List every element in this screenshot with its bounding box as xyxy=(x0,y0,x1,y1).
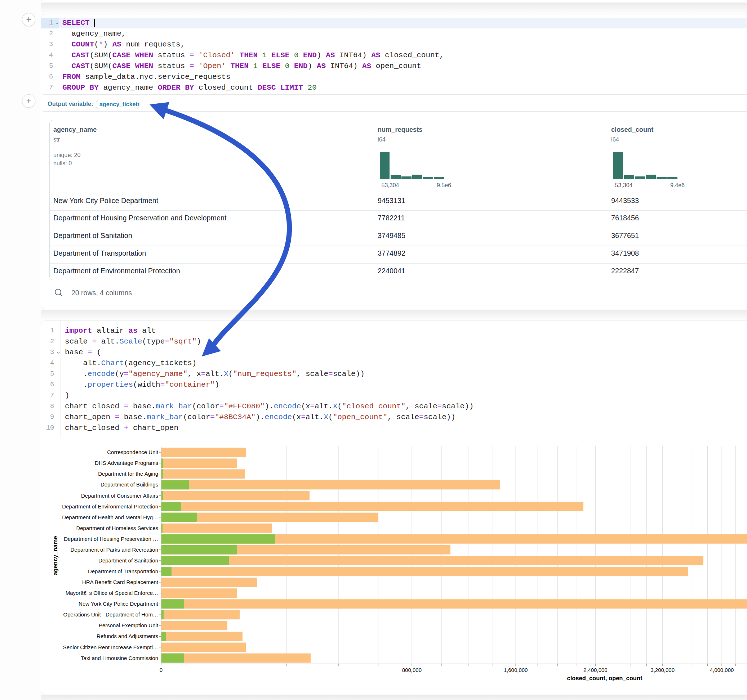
svg-text:Senior Citizen Rent Increase E: Senior Citizen Rent Increase Exempti… xyxy=(63,644,158,650)
svg-text:Department of Parks and Recrea: Department of Parks and Recreation xyxy=(71,547,158,553)
svg-text:Operations Unit - Department o: Operations Unit - Department of Hom… xyxy=(64,611,158,617)
svg-text:Department of Homeless Service: Department of Homeless Services xyxy=(76,525,158,531)
svg-text:Department of Consumer Affairs: Department of Consumer Affairs xyxy=(81,493,158,499)
svg-text:4,000,000: 4,000,000 xyxy=(710,667,734,673)
svg-text:Department of Health and Menta: Department of Health and Mental Hyg… xyxy=(62,514,158,520)
svg-text:Refunds and Adjustments: Refunds and Adjustments xyxy=(97,633,158,639)
svg-text:Department of Environmental Pr: Department of Environmental Protection xyxy=(62,503,158,510)
svg-text:Department of Buildings: Department of Buildings xyxy=(101,481,158,487)
svg-text:3,200,000: 3,200,000 xyxy=(650,667,674,673)
svg-text:1,600,000: 1,600,000 xyxy=(504,667,528,673)
svg-text:0: 0 xyxy=(160,667,163,673)
svg-text:Department of Sanitation: Department of Sanitation xyxy=(98,557,158,564)
svg-text:DHS Advantage Programs: DHS Advantage Programs xyxy=(95,460,158,466)
svg-text:800,000: 800,000 xyxy=(402,667,422,673)
svg-text:Department of Housing Preserva: Department of Housing Preservation … xyxy=(64,536,158,542)
svg-text:Department of Transportation: Department of Transportation xyxy=(88,568,158,574)
svg-text:Department for the Aging: Department for the Aging xyxy=(98,471,158,477)
svg-text:Correspondence Unit: Correspondence Unit xyxy=(107,449,159,455)
svg-text:closed_count, open_count: closed_count, open_count xyxy=(567,675,643,681)
svg-text:Mayorâ€ s Office of Special En: Mayorâ€ s Office of Special Enforce… xyxy=(66,590,158,596)
svg-text:Taxi and Limousine Commission: Taxi and Limousine Commission xyxy=(81,655,158,661)
svg-text:Personal Exemption Unit: Personal Exemption Unit xyxy=(99,622,159,628)
svg-text:agency_name: agency_name xyxy=(52,536,58,575)
svg-text:HRA Benefit Card Replacement: HRA Benefit Card Replacement xyxy=(82,579,159,585)
svg-text:New York City Police Departmen: New York City Police Department xyxy=(79,600,159,607)
svg-text:2,400,000: 2,400,000 xyxy=(584,667,608,673)
